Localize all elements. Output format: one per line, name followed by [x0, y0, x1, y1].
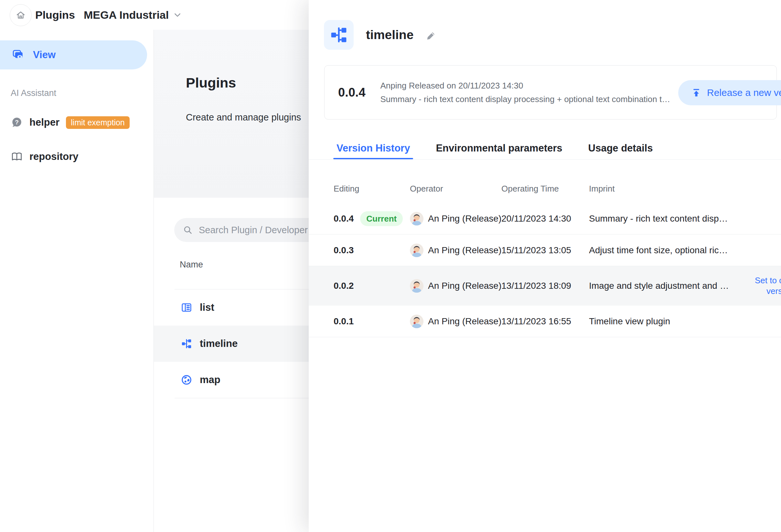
set-current-version-link[interactable]: Set to current version — [749, 275, 781, 297]
table-column-header: Imprint — [589, 184, 731, 194]
plugin-name: map — [200, 374, 220, 386]
globe-icon — [181, 374, 192, 385]
imprint-text: Timeline view plugin — [589, 316, 731, 326]
imprint-text: Summary - rich text content disp… — [589, 214, 731, 224]
current-badge: Current — [360, 211, 403, 226]
app-window: Plugins MEGA Industrial View AI Assistan… — [0, 0, 781, 532]
release-summary: Summary - rich text content display proc… — [380, 94, 670, 104]
table-row[interactable]: 0.0.4 Current — [309, 203, 781, 234]
operator-name: An Ping (Release) — [428, 245, 501, 256]
help-icon: ? — [11, 116, 23, 129]
operator-name: An Ping (Release) — [428, 281, 501, 291]
drawer-header: timeline — [324, 20, 436, 50]
view-icon — [12, 49, 24, 61]
tab[interactable]: Version History — [336, 138, 410, 159]
plugin-detail-drawer: timeline 0.0.4 Anping Released on 20/11/… — [309, 0, 781, 532]
sidebar-item[interactable]: repository — [0, 147, 154, 166]
plugin-name: timeline — [200, 338, 238, 350]
sidebar-section-label: AI Assistant — [11, 88, 56, 98]
sidebar-item-label: repository — [30, 151, 79, 163]
version-history-table: Editing Operator Operating Time Imprint … — [309, 174, 781, 337]
avatar — [410, 279, 423, 293]
plugins-subtitle: Create and manage plugins — [186, 112, 301, 123]
search-icon — [182, 225, 193, 235]
page-title: Plugins — [35, 9, 75, 21]
drawer-tabs: Version History Environmental parameters… — [309, 138, 781, 160]
table-row[interactable]: 0.0.3 An Pin — [309, 234, 781, 266]
operating-time: 20/11/2023 14:30 — [501, 214, 589, 224]
row-version: 0.0.3 — [334, 245, 354, 256]
plugin-name: list — [200, 302, 214, 313]
workspace-name: MEGA Industrial — [84, 9, 169, 21]
column-header-name: Name — [180, 260, 203, 270]
drawer-title: timeline — [366, 28, 413, 42]
sidebar: View AI Assistant ? helper limit exempti… — [0, 30, 154, 532]
table-column-header: Operating Time — [501, 184, 589, 194]
chevron-down-icon — [173, 11, 182, 19]
row-version: 0.0.1 — [334, 316, 354, 326]
operator-name: An Ping (Release) — [428, 214, 501, 224]
imprint-text: Adjust time font size, optional ric… — [589, 245, 731, 256]
avatar — [410, 315, 423, 328]
release-button-label: Release a new version — [707, 87, 781, 98]
sidebar-items: ? helper limit exemption — [0, 113, 154, 182]
timeline-icon — [330, 26, 348, 44]
plugins-heading: Plugins — [186, 75, 236, 91]
plugin-icon-tile — [324, 20, 354, 50]
table-column-header: Editing — [334, 184, 410, 194]
avatar — [410, 212, 423, 225]
sidebar-item[interactable]: ? helper limit exemption — [0, 113, 154, 132]
imprint-text: Image and style adjustment and … — [589, 281, 731, 291]
book-icon — [11, 150, 23, 163]
operating-time: 13/11/2023 18:09 — [501, 281, 589, 291]
home-button[interactable] — [10, 4, 32, 26]
avatar — [410, 243, 423, 257]
operating-time: 15/11/2023 13:05 — [501, 245, 589, 256]
upload-icon — [691, 88, 701, 98]
row-version: 0.0.2 — [334, 281, 354, 291]
list-plugin-icon — [181, 302, 192, 313]
table-row[interactable]: 0.0.2 An Pin — [309, 266, 781, 306]
tab[interactable]: Usage details — [588, 138, 653, 159]
row-version: 0.0.4 — [334, 214, 354, 224]
operator-name: An Ping (Release) — [428, 316, 501, 326]
svg-text:?: ? — [15, 119, 19, 126]
operating-time: 13/11/2023 16:55 — [501, 316, 589, 326]
timeline-plugin-icon — [181, 338, 192, 349]
sidebar-item-view[interactable]: View — [0, 40, 147, 70]
sidebar-item-label: View — [33, 49, 55, 61]
edit-title-button[interactable] — [426, 31, 436, 41]
sidebar-item-label: helper — [30, 117, 59, 128]
limit-exemption-badge: limit exemption — [66, 116, 130, 129]
tab[interactable]: Environmental parameters — [436, 138, 562, 159]
table-row[interactable]: 0.0.1 An Pin — [309, 306, 781, 337]
workspace-selector[interactable]: MEGA Industrial — [84, 9, 182, 21]
release-info: Anping Released on 20/11/2023 14:30 — [380, 81, 670, 91]
table-column-header: Operator — [410, 184, 501, 194]
table-header-row: Editing Operator Operating Time Imprint — [309, 174, 781, 203]
release-new-version-button[interactable]: Release a new version — [678, 80, 781, 105]
home-icon — [15, 10, 26, 20]
version-number: 0.0.4 — [338, 86, 366, 99]
